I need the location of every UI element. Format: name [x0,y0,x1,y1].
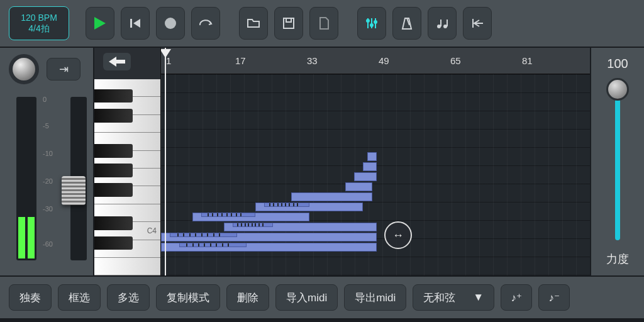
velocity-track [615,86,620,240]
svg-rect-14 [440,19,441,26]
snap-button[interactable] [463,7,492,40]
delete-button[interactable]: 删除 [226,284,269,311]
new-file-button[interactable] [309,7,338,40]
loop-icon [198,18,213,29]
copy-mode-button[interactable]: 复制模式 [156,284,220,311]
midi-note[interactable] [291,192,372,201]
piano-keyboard: C4 [94,48,161,275]
bpm-text: 120 BPM [21,13,57,23]
folder-icon [247,18,260,29]
top-toolbar: 120 BPM 4/4拍 [0,0,644,48]
svg-rect-4 [286,18,291,22]
box-select-button[interactable]: 框选 [58,284,101,311]
horiz-arrows-icon: ↔ [392,229,404,242]
note-remove-button[interactable]: ♪⁻ [538,284,570,311]
note-add-button[interactable]: ♪⁺ [501,284,532,311]
route-icon: ⇥ [59,62,69,76]
file-icon [318,16,330,30]
ruler-tick: 33 [307,55,318,66]
route-button[interactable]: ⇥ [47,58,80,80]
tempo-display[interactable]: 120 BPM 4/4拍 [9,6,69,40]
mixer-button[interactable] [357,7,386,40]
velocity-slider[interactable] [606,78,629,101]
svg-point-8 [367,19,369,22]
level-meter [16,97,36,260]
import-midi-button[interactable]: 导入midi [275,284,338,311]
velocity-panel: 100 力度 [590,48,644,275]
svg-marker-18 [109,57,125,67]
ruler-tick: 49 [379,55,389,66]
notes-icon [435,17,449,30]
record-button[interactable] [156,7,185,40]
snap-start-icon [470,17,484,30]
midi-note[interactable] [354,172,377,181]
svg-rect-3 [284,18,294,28]
svg-marker-0 [94,17,106,30]
svg-rect-15 [447,19,448,26]
multi-select-button[interactable]: 多选 [107,284,150,311]
midi-note[interactable] [345,182,372,191]
timesig-text: 4/4拍 [28,23,49,34]
bar-ruler[interactable]: 1 17 33 49 65 81 97 [161,48,590,74]
save-icon [282,17,295,30]
note-minus-icon: ♪⁻ [548,291,560,304]
chevron-down-icon: ▼ [473,291,484,304]
metronome-icon [401,16,413,30]
back-arrow-icon [109,57,125,67]
export-midi-button[interactable]: 导出midi [344,284,406,311]
piano-keys[interactable]: C4 [94,79,160,275]
chord-select-label: 无和弦 [423,291,455,305]
save-button[interactable] [274,7,303,40]
midi-note[interactable] [170,233,237,237]
note-plus-icon: ♪⁺ [511,291,522,304]
rewind-button[interactable] [121,7,150,40]
play-icon [93,16,107,31]
zoom-handle[interactable]: ↔ [384,221,412,249]
midi-note[interactable] [264,203,309,207]
svg-marker-2 [133,19,140,28]
svg-rect-1 [130,19,132,28]
ruler-tick: 81 [522,55,533,66]
loop-button[interactable] [191,7,220,40]
volume-fader[interactable] [62,176,86,205]
chord-select[interactable]: 无和弦 ▼ [413,284,494,311]
record-icon [165,18,176,29]
quantize-button[interactable] [428,7,457,40]
ruler-tick: 17 [235,55,246,66]
ruler-tick: 65 [450,55,461,66]
play-button[interactable] [86,7,114,40]
key-label-c4: C4 [147,226,157,235]
sliders-icon [365,16,379,30]
pan-knob[interactable] [9,54,39,84]
editor-area: ⇥ 0 -5 -10 -20 -30 -60 C4 [0,48,644,275]
note-clips[interactable] [161,74,590,275]
velocity-value: 100 [591,57,644,71]
fader-area: 0 -5 -10 -20 -30 -60 [8,94,89,269]
playhead[interactable] [165,48,166,275]
channel-strip: ⇥ 0 -5 -10 -20 -30 -60 [0,48,94,275]
svg-point-10 [374,21,377,23]
midi-note[interactable] [367,152,376,161]
bottom-toolbar: 独奏 框选 多选 复制模式 删除 导入midi 导出midi 无和弦 ▼ ♪⁺ … [0,275,644,318]
solo-button[interactable]: 独奏 [9,284,52,311]
velocity-label: 力度 [591,252,644,267]
midi-note[interactable] [363,162,376,171]
skip-start-icon [129,17,142,30]
midi-note[interactable] [233,223,273,227]
midi-note[interactable] [179,243,247,247]
open-button[interactable] [239,7,268,40]
midi-note[interactable] [201,213,255,217]
svg-point-9 [370,24,373,26]
piano-roll[interactable]: 1 17 33 49 65 81 97 ↔ [161,48,590,275]
back-button[interactable] [103,53,131,70]
metronome-button[interactable] [392,7,421,40]
